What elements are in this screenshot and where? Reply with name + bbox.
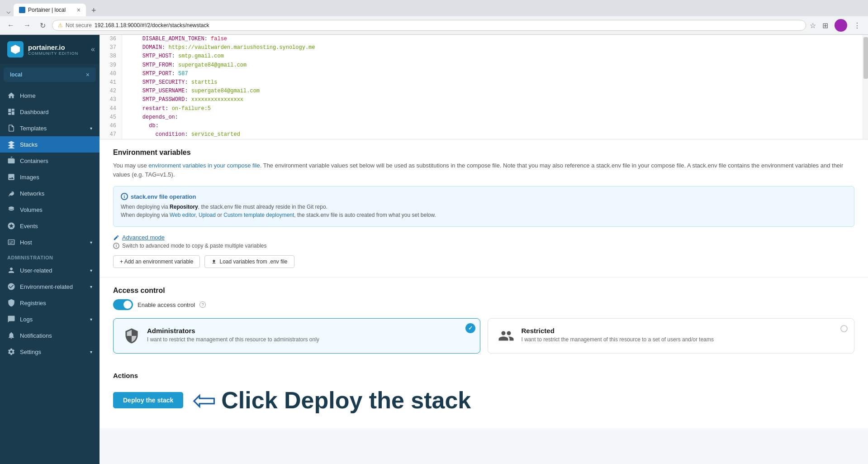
- menu-btn[interactable]: ⋮: [851, 19, 863, 32]
- upload-icon: [211, 259, 217, 264]
- logo-icon: [7, 41, 24, 57]
- code-line-41: 41 SMTP_SECURITY: starttls: [100, 78, 863, 87]
- toggle-knob: [123, 301, 132, 309]
- tab-close-btn[interactable]: ×: [77, 6, 81, 14]
- info-box-title: i stack.env file operation: [121, 193, 847, 200]
- sidebar-item-stacks[interactable]: Stacks: [0, 136, 100, 153]
- group-icon: [498, 328, 514, 344]
- code-editor[interactable]: 36 DISABLE_ADMIN_TOKEN: false 37 DOMAIN:…: [100, 35, 868, 139]
- sidebar-item-home[interactable]: Home: [0, 87, 100, 104]
- load-env-file-btn[interactable]: Load variables from .env file: [204, 255, 294, 268]
- sidebar-item-logs[interactable]: Logs ▾: [0, 311, 100, 327]
- sidebar-item-registries-label: Registries: [20, 300, 46, 306]
- sidebar-item-images-label: Images: [20, 174, 39, 181]
- access-cards-container: Administrators I want to restrict the ma…: [113, 318, 854, 354]
- sidebar-item-events-label: Events: [20, 223, 38, 230]
- extensions-btn[interactable]: ⊞: [820, 19, 831, 32]
- admin-section-label: Administration: [0, 250, 100, 262]
- sidebar-item-user-related[interactable]: User-related ▾: [0, 262, 100, 278]
- info-circle-icon: i: [121, 193, 128, 200]
- code-line-47: 47 condition: service_started: [100, 130, 863, 139]
- code-scrollbar[interactable]: [863, 35, 868, 139]
- logo-text: portainer.io COMMUNITY EDITION: [28, 43, 78, 56]
- tab-list-btn[interactable]: ⌵: [4, 6, 14, 16]
- deploy-container: Deploy the stack ⇦ Click Deploy the stac…: [113, 386, 854, 415]
- new-tab-btn[interactable]: +: [88, 5, 100, 16]
- sidebar-item-templates-label: Templates: [20, 125, 47, 132]
- host-arrow-icon: ▾: [90, 240, 92, 245]
- enable-access-toggle[interactable]: [113, 299, 133, 310]
- sidebar-collapse-btn[interactable]: «: [91, 45, 95, 53]
- address-bar[interactable]: ⚠ Not secure 192.168.1.18:9000/#!/2/dock…: [52, 20, 806, 31]
- access-toggle-label: Enable access control: [138, 301, 195, 308]
- access-card-administrators[interactable]: Administrators I want to restrict the ma…: [113, 318, 480, 354]
- user-related-arrow-icon: ▾: [90, 268, 92, 273]
- browser-chrome: ⌵ Portainer | local × + ← → ↻ ⚠ Not secu…: [0, 0, 868, 35]
- settings-arrow-icon: ▾: [90, 349, 92, 354]
- restricted-card-text: Restricted I want to restrict the manage…: [522, 327, 714, 343]
- sidebar-nav: Home Dashboard Templates ▾ Stacks Contai: [0, 86, 100, 464]
- code-scrollbar-thumb[interactable]: [863, 37, 868, 79]
- access-help-icon[interactable]: ?: [199, 301, 206, 308]
- sidebar-item-notifications[interactable]: Notifications: [0, 327, 100, 344]
- sidebar-item-host-label: Host: [20, 239, 32, 246]
- sidebar-item-templates[interactable]: Templates ▾: [0, 120, 100, 136]
- env-info-box: i stack.env file operation When deployin…: [113, 186, 854, 227]
- deploy-stack-btn[interactable]: Deploy the stack: [113, 392, 183, 408]
- sidebar-item-containers[interactable]: Containers: [0, 153, 100, 169]
- switch-mode-label: Switch to advanced mode to copy & paste …: [122, 243, 267, 249]
- add-env-variable-btn[interactable]: + Add an environment variable: [113, 255, 200, 268]
- back-btn[interactable]: ←: [5, 19, 17, 31]
- sidebar-item-images[interactable]: Images: [0, 169, 100, 185]
- sidebar-item-host[interactable]: Host ▾: [0, 234, 100, 250]
- sidebar-item-volumes[interactable]: Volumes: [0, 201, 100, 218]
- sidebar-item-events[interactable]: Events: [0, 218, 100, 234]
- logo-sub-text: COMMUNITY EDITION: [28, 51, 78, 56]
- actions-title: Actions: [113, 372, 854, 379]
- admin-card-desc: I want to restrict the management of thi…: [147, 336, 319, 343]
- shield-off-icon: [123, 328, 140, 344]
- custom-template-link[interactable]: Custom template deployment: [223, 212, 294, 218]
- env-compose-link[interactable]: environment variables in your compose fi…: [148, 162, 260, 169]
- code-line-40: 40 SMTP_PORT: 587: [100, 70, 863, 78]
- advanced-mode-link[interactable]: Advanced mode: [122, 234, 165, 241]
- profile-avatar[interactable]: [835, 19, 847, 32]
- url-text[interactable]: 192.168.1.18:9000/#!/2/docker/stacks/new…: [95, 22, 800, 29]
- access-toggle-row: Enable access control ?: [113, 299, 854, 310]
- sidebar-item-home-label: Home: [20, 92, 36, 99]
- access-card-restricted[interactable]: Restricted I want to restrict the manage…: [488, 318, 855, 354]
- info-line-2: When deploying via Web editor, Upload or…: [121, 212, 847, 218]
- forward-btn[interactable]: →: [21, 19, 33, 31]
- logs-arrow-icon: ▾: [90, 317, 92, 322]
- env-close-btn[interactable]: ×: [86, 71, 90, 78]
- restricted-card-radio[interactable]: [840, 325, 848, 332]
- bookmark-btn[interactable]: ☆: [810, 21, 816, 30]
- sidebar-env-item[interactable]: local ×: [4, 67, 96, 82]
- restricted-card-desc: I want to restrict the management of thi…: [522, 336, 714, 343]
- web-editor-link[interactable]: Web editor: [170, 212, 195, 218]
- env-label: local: [10, 72, 22, 78]
- refresh-btn[interactable]: ↻: [37, 19, 48, 32]
- sidebar-item-registries[interactable]: Registries: [0, 295, 100, 311]
- tab-bar: ⌵ Portainer | local × +: [0, 0, 868, 16]
- env-section-desc: You may use environment variables in you…: [113, 161, 854, 179]
- env-related-arrow-icon: ▾: [90, 284, 92, 289]
- code-line-43: 43 SMTP_PASSWORD: xxxxxxxxxxxxxxxx: [100, 96, 863, 104]
- upload-link[interactable]: Upload: [199, 212, 216, 218]
- click-annotation-text: Click Deploy the stack: [221, 387, 471, 414]
- sidebar-item-networks[interactable]: Networks: [0, 185, 100, 201]
- active-tab[interactable]: Portainer | local ×: [14, 4, 86, 16]
- code-line-39: 39 SMTP_FROM: supergate84@gmail.com: [100, 61, 863, 70]
- templates-arrow-icon: ▾: [90, 126, 92, 131]
- sidebar-item-environment-related[interactable]: Environment-related ▾: [0, 278, 100, 295]
- sidebar-item-dashboard[interactable]: Dashboard: [0, 104, 100, 120]
- sidebar-item-settings[interactable]: Settings ▾: [0, 344, 100, 360]
- logo-main-text: portainer.io: [28, 43, 78, 51]
- switch-mode-icon: i: [113, 243, 119, 249]
- code-line-38: 38 SMTP_HOST: smtp.gmail.com: [100, 52, 863, 61]
- tab-title: Portainer | local: [28, 7, 66, 13]
- sidebar-item-containers-label: Containers: [20, 158, 48, 164]
- admin-card-checkmark: [465, 323, 475, 333]
- sidebar-item-user-related-label: User-related: [20, 267, 52, 274]
- sidebar-item-notifications-label: Notifications: [20, 332, 52, 339]
